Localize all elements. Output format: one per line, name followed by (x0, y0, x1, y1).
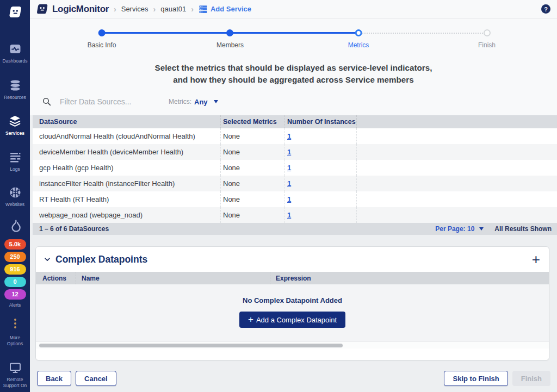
breadcrumb-chevron-icon: › (191, 5, 194, 14)
column-header-expression: Expression (270, 275, 549, 282)
sidebar-item-logs[interactable]: Logs (0, 151, 30, 172)
main-area: LogicMonitor › Services › qauat01 › Add … (30, 0, 557, 392)
column-header-selected-metrics[interactable]: Selected Metrics (221, 115, 285, 128)
column-header-empty (357, 115, 557, 128)
add-icon[interactable]: + (532, 254, 540, 265)
column-header-actions: Actions (36, 272, 76, 284)
alert-badge-error[interactable]: 250 (4, 252, 26, 262)
add-complex-datapoint-button[interactable]: + Add a Complex Datapoint (239, 312, 345, 328)
selected-metrics-value: None (221, 144, 285, 160)
instances-link[interactable]: 1 (287, 179, 291, 188)
table-footer: 1 – 6 of 6 DataSources Per Page: 10 All … (33, 223, 557, 235)
horizontal-scrollbar (36, 341, 549, 349)
all-results-shown-label: All Results Shown (494, 225, 552, 233)
table-row[interactable]: instanceFilter Health (instanceFilter He… (33, 176, 557, 191)
sidebar-item-more-options[interactable]: More Options (0, 317, 30, 347)
top-bar: LogicMonitor › Services › qauat01 › Add … (30, 0, 557, 18)
instructions-text: Select the metrics that should be displa… (30, 62, 557, 86)
sidebar-item-label: Logs (10, 166, 20, 172)
datasource-name: webpage_noad (webpage_noad) (33, 207, 221, 223)
selected-metrics-value: None (221, 191, 285, 207)
logicmonitor-mark-icon (8, 4, 23, 20)
section-title: Complex Datapoints (55, 254, 147, 265)
instances-link[interactable]: 1 (287, 132, 291, 140)
cancel-button[interactable]: Cancel (76, 371, 116, 386)
sidebar-item-resources[interactable]: Resources (0, 79, 30, 101)
sidebar-item-label: Services (5, 130, 24, 136)
alerts-flame-icon (0, 219, 30, 233)
step-dot (226, 29, 233, 36)
selected-metrics-value: None (221, 176, 285, 191)
sidebar-item-label: Websites (5, 202, 24, 208)
sidebar-item-services[interactable]: Services (0, 114, 30, 136)
back-button[interactable]: Back (37, 371, 71, 386)
sidebar-item-label: Resources (4, 95, 26, 101)
instances-link[interactable]: 1 (287, 211, 291, 219)
metrics-filter-dropdown[interactable]: Metrics: Any (169, 98, 218, 106)
datasource-name: RT Health (RT Health) (33, 191, 221, 207)
datasource-table-header: DataSource Selected Metrics Number Of In… (33, 115, 557, 128)
datasource-table: DataSource Selected Metrics Number Of In… (33, 115, 557, 235)
wizard-actions-bar: Back Cancel Skip to Finish Finish (37, 371, 550, 386)
alert-badges: 5.0k 250 916 0 12 Alerts (0, 239, 30, 308)
table-row[interactable]: cloudAndNormal Health (cloudAndNormal He… (33, 128, 557, 144)
step-finish[interactable]: Finish (478, 29, 496, 49)
table-row[interactable]: webpage_noad (webpage_noad) None 1 (33, 207, 557, 223)
datasource-name: instanceFilter Health (instanceFilter He… (33, 176, 221, 191)
alert-badge-warning[interactable]: 916 (4, 264, 26, 275)
logs-icon (9, 151, 22, 164)
selected-metrics-value: None (221, 160, 285, 176)
dashboards-icon (9, 42, 22, 55)
breadcrumb-chevron-icon: › (153, 5, 156, 14)
brand-wordmark: LogicMonitor (52, 4, 109, 15)
table-row[interactable]: RT Health (RT Health) None 1 (33, 191, 557, 207)
chevron-down-icon[interactable] (44, 256, 51, 263)
datasource-name: gcp Health (gcp Health) (33, 160, 221, 176)
skip-to-finish-button[interactable]: Skip to Finish (444, 371, 508, 386)
alert-badge-other[interactable]: 12 (4, 289, 26, 300)
complex-datapoints-panel: Complex Datapoints + Actions Name Expres… (35, 246, 549, 360)
alert-badge-critical[interactable]: 5.0k (4, 239, 26, 250)
step-metrics[interactable]: Metrics (348, 29, 369, 49)
per-page-dropdown[interactable]: Per Page: 10 (435, 225, 474, 233)
chevron-down-icon[interactable] (479, 227, 484, 231)
column-header-instances[interactable]: Number Of Instances (285, 115, 357, 128)
sidebar-item-remote-support[interactable]: Remote Support On (0, 361, 30, 389)
finish-button[interactable]: Finish (512, 371, 550, 386)
alert-badge-info[interactable]: 0 (4, 277, 26, 287)
selected-metrics-value: None (221, 207, 285, 223)
wizard-stepper: Basic Info Members Metrics Finish (30, 18, 557, 58)
instances-link[interactable]: 1 (287, 148, 291, 156)
sidebar-item-dashboards[interactable]: Dashboards (0, 42, 30, 64)
step-basic-info[interactable]: Basic Info (88, 29, 116, 49)
remote-support-label: Remote Support On (3, 377, 27, 389)
sidebar-item-websites[interactable]: Websites (0, 186, 30, 208)
stepper-line-upcoming (358, 33, 487, 34)
results-summary: 1 – 6 of 6 DataSources (39, 225, 109, 233)
instances-link[interactable]: 1 (287, 195, 291, 203)
chevron-down-icon (214, 100, 218, 103)
more-options-icon (14, 317, 16, 330)
sidebar-logo[interactable] (0, 4, 30, 20)
resources-icon (9, 79, 22, 92)
remote-support-monitor-icon (9, 361, 22, 374)
step-members[interactable]: Members (216, 29, 244, 49)
empty-state-text: No Complex Datapoint Added (36, 296, 549, 304)
plus-icon: + (248, 314, 253, 325)
table-row[interactable]: deviceMember Health (deviceMember Health… (33, 144, 557, 160)
table-row[interactable]: gcp Health (gcp Health) None 1 (33, 160, 557, 176)
help-icon[interactable]: ? (541, 4, 550, 14)
breadcrumb-qauat01[interactable]: qauat01 (160, 5, 186, 13)
column-header-name: Name (76, 272, 270, 284)
instances-link[interactable]: 1 (287, 164, 291, 172)
column-header-datasource[interactable]: DataSource (33, 115, 221, 128)
wizard-upper-section: Basic Info Members Metrics Finish Select… (30, 18, 557, 115)
search-input[interactable] (60, 97, 147, 106)
websites-icon (9, 186, 22, 199)
complex-datapoints-empty-state: No Complex Datapoint Added + Add a Compl… (36, 284, 549, 341)
datasource-name: cloudAndNormal Health (cloudAndNormal He… (33, 128, 221, 144)
breadcrumb-add-service[interactable]: Add Service (199, 4, 251, 14)
services-icon (8, 114, 22, 128)
scrollbar-thumb[interactable] (39, 344, 343, 347)
breadcrumb-services[interactable]: Services (121, 5, 148, 13)
